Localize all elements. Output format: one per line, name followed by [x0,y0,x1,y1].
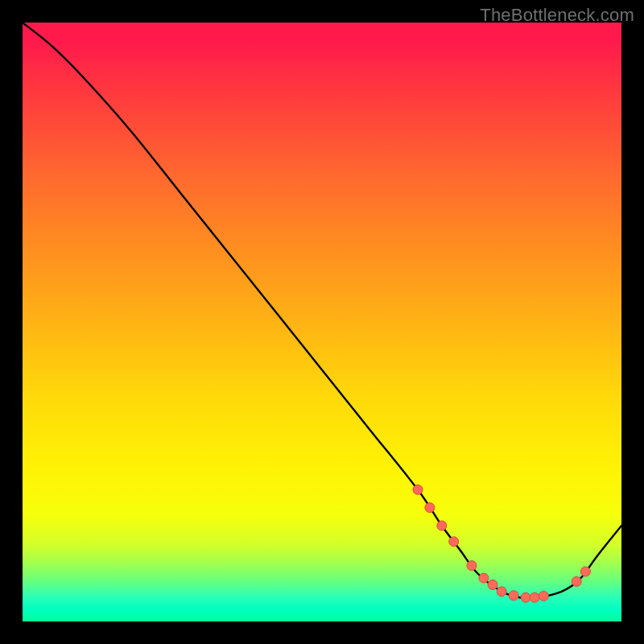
curve-marker [539,591,548,601]
curve-marker [497,587,506,597]
chart-stage: TheBottleneck.com [0,0,644,644]
curve-marker [479,573,489,583]
curve-marker [425,503,435,513]
curve-marker [449,537,459,547]
bottleneck-curve [23,23,621,598]
curve-marker [467,561,477,571]
curve-marker [509,591,518,601]
plot-area [23,23,621,621]
curve-marker [530,592,539,602]
curve-marker [572,576,581,586]
curve-markers [413,485,590,602]
curve-layer [23,23,621,621]
curve-marker [437,521,447,530]
curve-marker [488,580,497,589]
curve-marker [580,567,590,576]
curve-marker [413,485,423,494]
curve-marker [521,592,530,602]
